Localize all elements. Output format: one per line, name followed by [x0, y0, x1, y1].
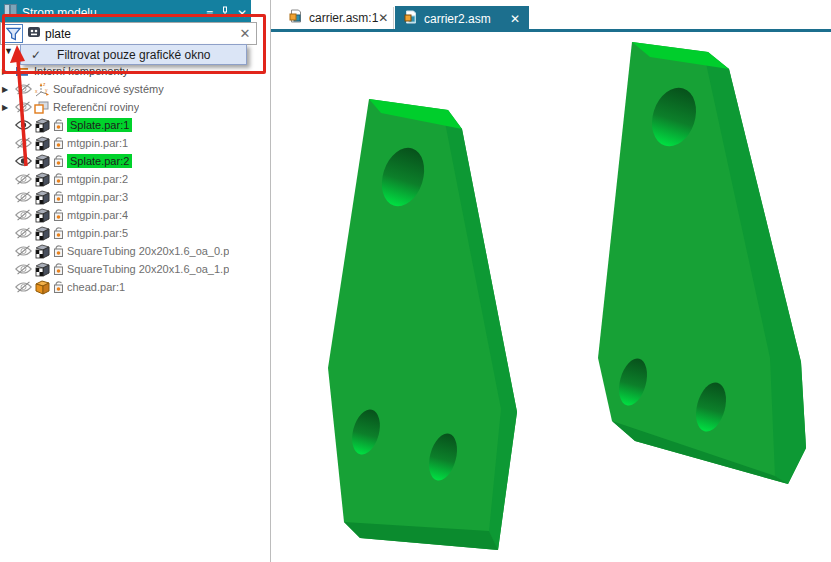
tree-row[interactable]: chead.par:1 — [0, 278, 268, 296]
clear-search-icon[interactable]: ✕ — [237, 26, 253, 42]
part-icon — [34, 189, 53, 205]
tree-filter-bar: ✕ — [0, 22, 257, 45]
panel-pin-icon[interactable] — [221, 6, 229, 20]
coordinate-system-icon: zyx — [34, 82, 50, 97]
application-window: carrier.asm:1 ✕ carrier2.asm ✕ — [0, 0, 831, 562]
eye-visible-icon[interactable] — [15, 119, 34, 131]
tab-carrier-asm-1[interactable]: carrier.asm:1 ✕ — [280, 7, 394, 29]
tree-item-label[interactable]: SquareTubing 20x20x1.6_oa_0.p — [67, 245, 229, 257]
tree-item-label[interactable]: Referenční roviny — [53, 101, 139, 113]
model-tree-panel: Strom modelu ≡ ✕ — [0, 0, 270, 562]
tree-item-label[interactable]: Interní komponenty — [34, 65, 128, 77]
eye-hidden-icon — [15, 263, 32, 275]
eye-hidden-icon — [15, 281, 32, 293]
eye-hidden-icon[interactable] — [15, 245, 34, 257]
eye-hidden-icon — [15, 191, 32, 203]
lock-icon — [53, 119, 65, 132]
svg-text:x: x — [35, 88, 38, 94]
tree-row[interactable]: mtgpin.par:4 — [0, 206, 268, 224]
tree-item-label[interactable]: mtgpin.par:4 — [67, 209, 128, 221]
expand-arrow-icon[interactable]: ▶ — [2, 67, 15, 76]
eye-visible-icon — [15, 119, 32, 131]
tree-row[interactable]: ▶zyxSouřadnicové systémy — [0, 80, 268, 98]
svg-text:y: y — [45, 86, 48, 92]
plate-part[interactable] — [598, 42, 806, 484]
refplane-icon — [34, 101, 53, 114]
part-icon — [34, 207, 51, 223]
tree-item-label[interactable]: Splate.par:1 — [67, 118, 132, 132]
panel-divider[interactable] — [270, 0, 271, 562]
lock-icon — [53, 191, 65, 204]
tab-close-icon[interactable]: ✕ — [510, 12, 520, 26]
eye-hidden-icon[interactable] — [15, 101, 34, 113]
search-scope-icon[interactable] — [23, 25, 41, 43]
lock-icon — [53, 155, 65, 168]
tree-item-label[interactable]: mtgpin.par:1 — [67, 137, 128, 149]
eye-hidden-icon[interactable] — [15, 281, 34, 293]
part-icon — [34, 243, 53, 259]
panel-menu-icon[interactable]: ≡ — [206, 8, 213, 20]
assembly-document-icon — [288, 9, 303, 27]
part-icon — [34, 135, 53, 151]
components-icon — [15, 65, 34, 78]
lock-icon — [53, 263, 65, 276]
part-icon — [34, 117, 53, 133]
lock-icon — [53, 137, 67, 150]
plate-part[interactable] — [328, 99, 517, 550]
tree-row[interactable]: mtgpin.par:5 — [0, 224, 268, 242]
eye-hidden-icon — [15, 83, 32, 95]
tree-row[interactable]: mtgpin.par:3 — [0, 188, 268, 206]
lock-icon — [53, 245, 67, 258]
tab-close-icon[interactable]: ✕ — [378, 11, 388, 25]
eye-hidden-icon — [15, 245, 32, 257]
eye-hidden-icon[interactable] — [15, 209, 34, 221]
part-icon — [34, 153, 51, 169]
lock-icon — [53, 281, 67, 294]
eye-hidden-icon — [15, 137, 32, 149]
tree-row[interactable]: SquareTubing 20x20x1.6_oa_1.p — [0, 260, 268, 278]
eye-visible-icon[interactable] — [15, 155, 34, 167]
tree-row[interactable]: Splate.par:1 — [0, 116, 268, 134]
expand-arrow-icon[interactable]: ▶ — [2, 103, 15, 112]
lock-icon — [53, 191, 67, 204]
tab-label[interactable]: carrier2.asm — [424, 12, 510, 26]
tree-item-label[interactable]: SquareTubing 20x20x1.6_oa_1.p — [67, 263, 229, 275]
filter-funnel-button[interactable] — [3, 24, 23, 43]
tree-item-label[interactable]: chead.par:1 — [67, 281, 125, 293]
expand-arrow-icon[interactable]: ▶ — [2, 85, 15, 94]
search-input[interactable] — [45, 27, 237, 41]
tree-row[interactable]: ▶Referenční roviny — [0, 98, 268, 116]
part-icon — [34, 261, 53, 277]
lock-icon — [53, 227, 67, 240]
tree-row[interactable]: Splate.par:2 — [0, 152, 268, 170]
filter-dropdown-menu[interactable]: ✓ Filtrovat pouze grafické okno — [20, 44, 247, 65]
eye-hidden-icon[interactable] — [15, 137, 34, 149]
tree-item-label[interactable]: Splate.par:2 — [67, 154, 132, 168]
tree-item-label[interactable]: Souřadnicové systémy — [53, 83, 164, 95]
eye-hidden-icon — [15, 209, 32, 221]
panel-close-icon[interactable]: ✕ — [237, 8, 247, 20]
eye-hidden-icon — [15, 227, 32, 239]
lock-icon — [53, 173, 65, 186]
lock-icon — [53, 263, 67, 276]
part-orange-icon — [34, 279, 51, 295]
part-icon — [34, 225, 51, 241]
tree-item-label[interactable]: mtgpin.par:5 — [67, 227, 128, 239]
document-tab-bar: carrier.asm:1 ✕ carrier2.asm ✕ — [271, 0, 831, 32]
eye-hidden-icon[interactable] — [15, 263, 34, 275]
filter-menu-item[interactable]: Filtrovat pouze grafické okno — [57, 48, 210, 62]
eye-hidden-icon[interactable] — [15, 191, 34, 203]
eye-hidden-icon[interactable] — [15, 173, 34, 185]
lock-icon — [53, 227, 65, 240]
tree-row[interactable]: mtgpin.par:1 — [0, 134, 268, 152]
root-collapse-icon[interactable]: ▼ — [4, 46, 13, 56]
tree-row[interactable]: SquareTubing 20x20x1.6_oa_0.p — [0, 242, 268, 260]
active-tab-underline — [271, 29, 831, 32]
eye-hidden-icon[interactable] — [15, 227, 34, 239]
tree-row[interactable]: mtgpin.par:2 — [0, 170, 268, 188]
model-tree: ▶Interní komponenty▶zyxSouřadnicové syst… — [0, 62, 268, 296]
tree-item-label[interactable]: mtgpin.par:3 — [67, 191, 128, 203]
tab-label[interactable]: carrier.asm:1 — [309, 11, 378, 25]
eye-hidden-icon[interactable] — [15, 83, 34, 95]
tree-item-label[interactable]: mtgpin.par:2 — [67, 173, 128, 185]
